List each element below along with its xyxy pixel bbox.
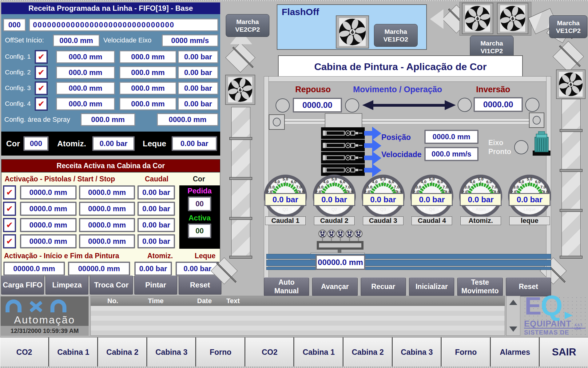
gauge-arrow-left-icon[interactable]: ▼ (371, 207, 380, 212)
gauge-arrow-right-icon[interactable]: ▼ (486, 207, 495, 212)
fan-exhaust-2-icon (495, 3, 530, 34)
config-checkbox[interactable] (35, 66, 47, 79)
atomiz-field[interactable]: 0.00 bar (92, 136, 135, 151)
config-pressure-field[interactable]: 0.00 bar (178, 66, 218, 79)
pistol-caudal-field[interactable]: 0.00 bar (137, 185, 175, 200)
gauge-tick: 3.0 (513, 185, 519, 189)
spray-area-field-2[interactable]: 0000.0 mm (157, 113, 218, 126)
motion-button[interactable]: Auto Manual (264, 277, 309, 296)
recipe-code-field[interactable]: 000000000000000000000000000000 (29, 18, 218, 31)
nav-button[interactable]: Cabina 2 (98, 337, 147, 366)
cor-field[interactable]: 000 (23, 136, 49, 151)
gauge-arrow-left-icon[interactable]: ▼ (514, 207, 524, 212)
gauge-arrow-right-icon[interactable]: ▼ (435, 207, 444, 212)
equipaint-e: E (525, 291, 542, 320)
recipe-action-button[interactable]: Troca Cor (90, 275, 133, 295)
pistol-start-field[interactable]: 0000.0 mm (20, 218, 77, 232)
gauge-arrow-right-icon[interactable]: ▼ (535, 207, 545, 212)
motion-button[interactable]: Recuar (361, 277, 406, 296)
motion-button[interactable]: Inicializar (409, 277, 454, 296)
nav-button[interactable]: Cabina 1 (294, 337, 344, 366)
pistol-start-field[interactable]: 0000.0 mm (20, 202, 77, 216)
marcha-ve1fo2-button[interactable]: Marcha VE1FO2 (374, 24, 418, 47)
nav-button[interactable]: CO2 (245, 337, 295, 366)
gauge-arrow-left-icon[interactable]: ▼ (419, 207, 429, 212)
axis-motor-icon (532, 130, 551, 157)
pistol-checkbox[interactable] (3, 218, 16, 232)
gauge-tick: 4.0 (323, 180, 329, 184)
offset-field[interactable]: 000.0 mm (53, 34, 100, 47)
pistol-caudal-field[interactable]: 0.00 bar (137, 202, 175, 216)
gauge-arrow-right-icon[interactable]: ▼ (337, 207, 347, 212)
inversao-position-field[interactable]: 0000.00 (474, 97, 523, 112)
gauge-value: 0.0 bar (264, 193, 306, 206)
config-start-field[interactable]: 000.0 mm (56, 97, 115, 110)
gauge-arrow-left-icon[interactable]: ▼ (322, 207, 332, 212)
leque-field[interactable]: 0.00 bar (172, 136, 217, 151)
config-pressure-field[interactable]: 0.00 bar (178, 97, 218, 110)
paint-atomiz-field[interactable]: 0.00 bar (134, 262, 172, 276)
config-stop-field[interactable]: 000.0 mm (119, 82, 177, 95)
pistol-caudal-field[interactable]: 0.00 bar (137, 218, 175, 232)
pistol-stop-field[interactable]: 0000.0 mm (79, 234, 135, 248)
config-pressure-field[interactable]: 0.00 bar (178, 50, 218, 63)
nav-button[interactable]: Forno (196, 337, 245, 366)
nav-button[interactable]: Cabina 2 (344, 337, 393, 366)
config-checkbox[interactable] (35, 97, 47, 110)
gauge-tick: 7.0 (394, 185, 399, 189)
active-recipe-title: Receita Activa na Cabina da Cor (1, 159, 220, 172)
recipe-id-field[interactable]: 000 (3, 18, 26, 31)
gauge-arrow-right-icon[interactable]: ▼ (386, 207, 395, 212)
repouso-position-field[interactable]: 0000.00 (293, 98, 342, 113)
recipe-action-button[interactable]: Carga FIFO (1, 275, 44, 295)
config-start-field[interactable]: 000.0 mm (56, 66, 115, 79)
duct-damper-left (226, 43, 255, 73)
pistol-stop-field[interactable]: 0000.0 mm (79, 185, 135, 200)
nav-button[interactable]: Cabina 3 (147, 337, 197, 366)
config-checkbox[interactable] (35, 50, 47, 63)
gauge-arrow-right-icon[interactable]: ▼ (288, 207, 298, 212)
paint-end-field[interactable]: 00000.0 mm (68, 262, 130, 276)
duct-flange (560, 129, 582, 132)
scroll-up-icon[interactable] (509, 300, 517, 305)
velocidade-field: 000.0 mm/s (424, 147, 479, 161)
pistol-stop-field[interactable]: 0000.0 mm (79, 202, 135, 216)
pistol-checkbox[interactable] (3, 202, 16, 216)
marcha-ve2cp2-button[interactable]: Marcha VE2CP2 (226, 14, 269, 37)
alarm-table[interactable]: No. Time Date Text (90, 296, 505, 336)
screen-border-bottom (0, 366, 588, 368)
spray-area-field-1[interactable]: 000.0 mm (81, 113, 135, 126)
nav-button[interactable]: Alarmes (491, 337, 540, 366)
inversao-indicator (525, 98, 539, 112)
pistol-checkbox[interactable] (3, 235, 16, 248)
pistol-start-field[interactable]: 0000.0 mm (20, 185, 77, 200)
axis-speed-field[interactable]: 0000 mm/s (162, 34, 218, 47)
config-checkbox[interactable] (35, 82, 47, 95)
config-stop-field[interactable]: 000.0 mm (119, 97, 177, 110)
config-start-field[interactable]: 000.0 mm (56, 82, 115, 95)
marcha-vi1cp2-button[interactable]: Marcha VI1CP2 (470, 36, 514, 58)
gauge-arrow-left-icon[interactable]: ▼ (273, 207, 283, 212)
pistol-start-field[interactable]: 0000.0 mm (20, 234, 77, 248)
recipe-action-button[interactable]: Pintar (134, 275, 177, 295)
nav-button[interactable]: Cabina 1 (49, 337, 98, 366)
config-stop-field[interactable]: 000.0 mm (119, 50, 177, 63)
marcha-ve1cp2-button[interactable]: Marcha VE1CP2 (549, 15, 587, 38)
pistol-stop-field[interactable]: 0000.0 mm (79, 218, 135, 232)
config-pressure-field[interactable]: 0.00 bar (178, 82, 218, 95)
recipe-action-button[interactable]: Limpeza (46, 275, 88, 295)
nav-button[interactable]: Cabina 3 (393, 337, 442, 366)
motion-button[interactable]: Avançar (312, 277, 357, 296)
nav-button[interactable]: SAIR (540, 337, 588, 366)
motion-button[interactable]: Teste Movimento (457, 277, 503, 296)
paint-start-field[interactable]: 00000.0 mm (3, 262, 65, 276)
nav-button[interactable]: CO2 (0, 337, 49, 366)
nav-button[interactable]: Forno (442, 337, 491, 366)
config-stop-field[interactable]: 000.0 mm (119, 66, 177, 79)
pistol-checkbox[interactable] (3, 186, 16, 199)
alarm-table-body[interactable] (91, 306, 505, 335)
gauge-arrow-left-icon[interactable]: ▼ (466, 207, 476, 212)
config-start-field[interactable]: 000.0 mm (56, 50, 115, 63)
pistol-caudal-field[interactable]: 0.00 bar (137, 234, 175, 248)
scroll-down-icon[interactable] (509, 326, 517, 332)
